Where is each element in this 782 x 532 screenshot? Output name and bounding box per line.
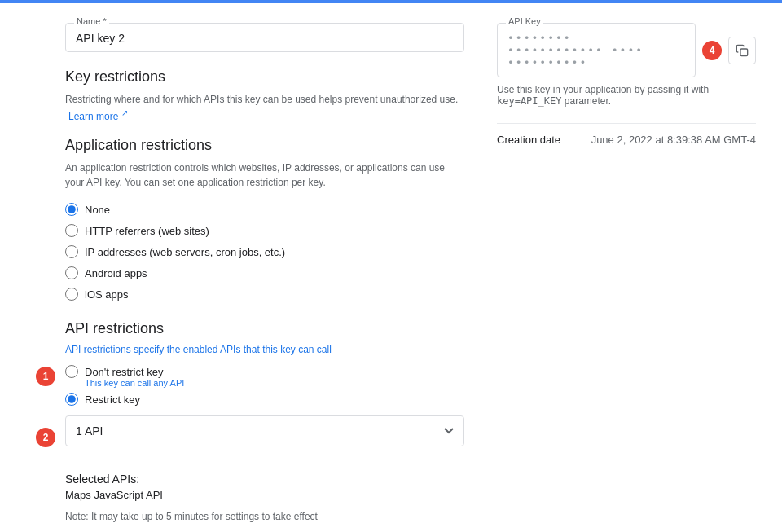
radio-http-label: HTTP referrers (web sites) [85, 225, 209, 237]
radio-restrict-label: Restrict key [85, 394, 140, 406]
application-restriction-options: None HTTP referrers (web sites) IP addre… [65, 203, 464, 301]
api-count-dropdown[interactable]: 1 API [65, 415, 464, 446]
key-restrictions-desc: Restricting where and for which APIs thi… [65, 92, 464, 124]
selected-apis-title: Selected APIs: [65, 473, 464, 486]
name-field-label: Name * [74, 16, 109, 26]
creation-date-label: Creation date [497, 134, 560, 146]
radio-android[interactable]: Android apps [65, 266, 464, 279]
radio-dont-restrict[interactable]: Don't restrict key This key can call any… [65, 365, 464, 388]
step-badge-2: 2 [36, 428, 55, 447]
api-restrictions-title: API restrictions [65, 320, 464, 337]
api-restriction-options: 1 Don't restrict key This key can call a… [65, 365, 464, 406]
key-restrictions-section: Key restrictions Restricting where and f… [65, 68, 464, 124]
name-input[interactable] [76, 32, 454, 45]
radio-android-label: Android apps [85, 267, 147, 279]
svg-rect-0 [740, 49, 748, 56]
radio-ios[interactable]: iOS apps [65, 288, 464, 301]
radio-ip[interactable]: IP addresses (web servers, cron jobs, et… [65, 245, 464, 258]
radio-dont-restrict-label: Don't restrict key [85, 366, 163, 378]
dont-restrict-sublabel: This key can call any API [85, 378, 184, 388]
learn-more-link[interactable]: Learn more ↗ [68, 111, 128, 122]
api-restrictions-desc: API restrictions specify the enabled API… [65, 344, 464, 355]
selected-api-item: Maps JavaScript API [65, 489, 464, 501]
radio-ip-label: IP addresses (web servers, cron jobs, et… [85, 246, 285, 258]
api-count-dropdown-wrapper: 1 API [65, 415, 464, 459]
creation-date-value: June 2, 2022 at 8:39:38 AM GMT-4 [591, 134, 756, 146]
api-key-hint: Use this key in your application by pass… [497, 84, 756, 107]
right-panel: API Key •••••••• •••••••••••• •••• •••••… [497, 23, 756, 532]
application-restrictions-title: Application restrictions [65, 137, 464, 154]
radio-ios-label: iOS apps [85, 288, 128, 301]
copy-icon [736, 44, 749, 57]
api-key-label: API Key [506, 16, 543, 26]
radio-restrict-key[interactable]: Restrict key [65, 393, 464, 406]
radio-none[interactable]: None [65, 203, 464, 216]
creation-date-row: Creation date June 2, 2022 at 8:39:38 AM… [497, 123, 756, 156]
settings-note: Note: It may take up to 5 minutes for se… [65, 511, 464, 522]
copy-api-key-button[interactable] [728, 37, 756, 64]
radio-none-label: None [85, 204, 110, 216]
api-key-value: •••••••• •••••••••••• •••• •••••••••• [507, 32, 662, 68]
step-badge-4: 4 [702, 41, 722, 60]
radio-http[interactable]: HTTP referrers (web sites) [65, 224, 464, 237]
key-restrictions-title: Key restrictions [65, 68, 464, 86]
api-restrictions-section: API restrictions API restrictions specif… [65, 320, 464, 532]
selected-apis-section: Selected APIs: Maps JavaScript API [65, 473, 464, 501]
application-restrictions-desc: An application restriction controls whic… [65, 160, 464, 190]
step-badge-1: 1 [36, 367, 55, 386]
application-restrictions-section: Application restrictions An application … [65, 137, 464, 301]
